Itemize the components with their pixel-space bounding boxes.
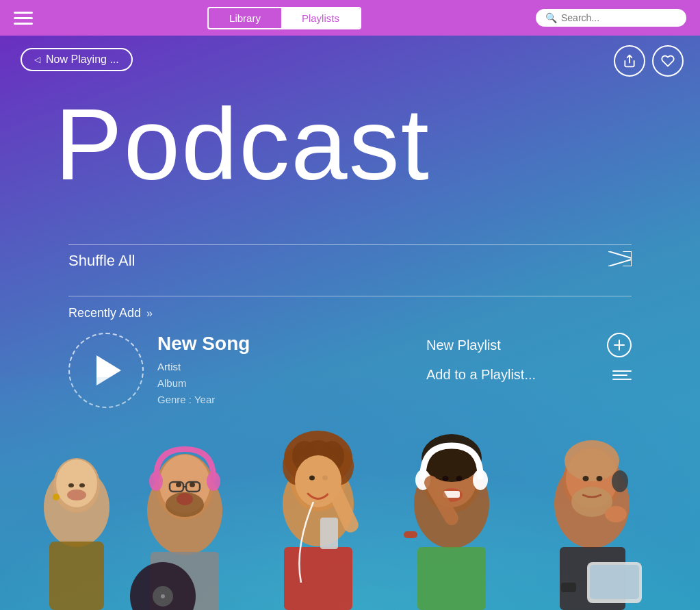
search-bar: 🔍	[536, 9, 686, 27]
svg-point-23	[176, 483, 181, 487]
svg-rect-41	[284, 547, 352, 610]
nav-tabs: Library Playlists	[207, 7, 361, 29]
svg-point-66	[605, 506, 627, 522]
svg-point-24	[190, 483, 195, 487]
svg-rect-43	[320, 518, 338, 549]
svg-point-12	[79, 483, 85, 487]
recently-added-label: Recently Add »	[68, 306, 632, 320]
svg-rect-9	[49, 542, 104, 610]
svg-point-47	[422, 434, 482, 482]
svg-rect-69	[590, 565, 639, 599]
new-playlist-label: New Playlist	[426, 338, 501, 353]
now-playing-button[interactable]: Now Playing ...	[21, 48, 133, 71]
top-right-buttons	[614, 45, 684, 77]
svg-point-62	[583, 476, 589, 481]
svg-point-11	[68, 483, 74, 487]
svg-rect-67	[561, 583, 576, 592]
new-playlist-row: New Playlist	[426, 333, 632, 357]
svg-point-10	[67, 490, 86, 500]
svg-point-29	[161, 594, 165, 598]
svg-point-22	[207, 472, 220, 491]
svg-point-64	[612, 470, 628, 492]
svg-point-21	[149, 472, 163, 491]
svg-line-1	[608, 251, 632, 258]
group-photo-svg	[0, 377, 700, 610]
tab-library[interactable]: Library	[209, 8, 281, 28]
svg-point-51	[456, 476, 463, 481]
svg-point-50	[443, 476, 449, 481]
search-input[interactable]	[561, 12, 677, 23]
chevron-double-icon: »	[146, 307, 153, 320]
favorite-button[interactable]	[652, 45, 684, 77]
top-navigation: Library Playlists 🔍	[0, 0, 700, 36]
svg-point-60	[565, 440, 619, 481]
svg-point-13	[53, 494, 60, 500]
svg-line-2	[608, 259, 632, 266]
share-button[interactable]	[614, 45, 645, 77]
svg-point-25	[177, 493, 193, 505]
now-playing-label: Now Playing ...	[46, 53, 119, 66]
song-title: New Song	[157, 333, 399, 355]
svg-point-39	[309, 476, 315, 481]
shuffle-section: Shuffle All	[68, 251, 632, 270]
heart-icon	[661, 54, 675, 68]
svg-rect-54	[417, 547, 486, 610]
svg-point-63	[597, 476, 603, 481]
main-content: Now Playing ... Podcast Shuffle All	[0, 36, 700, 610]
svg-rect-55	[404, 531, 417, 538]
shuffle-label: Shuffle All	[68, 252, 135, 270]
divider-bottom	[68, 296, 632, 296]
podcast-title: Podcast	[55, 94, 645, 195]
hamburger-menu-icon[interactable]	[14, 12, 33, 25]
share-icon	[623, 54, 636, 68]
search-icon: 🔍	[545, 12, 557, 23]
add-playlist-button[interactable]	[607, 333, 632, 357]
tab-playlists[interactable]: Playlists	[281, 8, 360, 28]
shuffle-icon[interactable]	[608, 251, 632, 270]
divider-top	[68, 244, 632, 245]
plus-icon	[613, 339, 625, 351]
svg-point-53	[473, 470, 488, 490]
